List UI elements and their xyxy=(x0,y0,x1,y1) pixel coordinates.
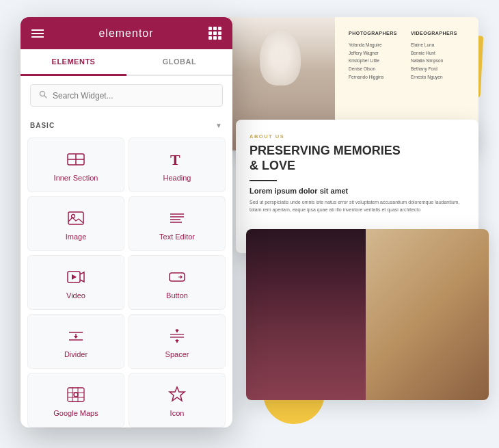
widget-divider-label: Divider xyxy=(64,350,87,358)
body-text: Sed ut perspiciatis unde omnis iste natu… xyxy=(250,198,465,213)
widget-icon-label: Icon xyxy=(170,409,185,417)
about-label: ABOUT US xyxy=(250,133,465,140)
widget-text-editor[interactable]: Text Editor xyxy=(129,196,226,251)
inner-section-icon xyxy=(67,150,85,168)
search-icon xyxy=(39,90,47,101)
panel-header: elementor xyxy=(21,17,232,49)
widget-video[interactable]: Video xyxy=(27,255,124,310)
videographers-header: VIDEOGRAPHERS xyxy=(411,31,457,36)
search-input[interactable] xyxy=(53,91,214,101)
hamburger-menu-icon[interactable] xyxy=(31,29,44,38)
widget-google-maps-label: Google Maps xyxy=(53,409,98,417)
tab-elements[interactable]: ELEMENTS xyxy=(21,49,126,76)
svg-marker-17 xyxy=(74,336,78,339)
divider-icon xyxy=(67,327,85,345)
widget-heading-label: Heading xyxy=(163,174,191,182)
heading-divider xyxy=(250,180,277,181)
sub-heading: Lorem ipsum dolor sit amet xyxy=(250,187,465,195)
main-heading: PRESERVING MEMORIES & LOVE xyxy=(250,144,465,173)
section-chevron-icon: ▼ xyxy=(215,122,223,129)
button-icon xyxy=(168,268,186,286)
svg-marker-20 xyxy=(175,330,179,332)
widget-heading[interactable]: T Heading xyxy=(129,137,226,192)
widget-icon[interactable]: Icon xyxy=(129,373,226,427)
svg-marker-27 xyxy=(170,387,185,401)
widget-text-editor-label: Text Editor xyxy=(159,233,195,241)
panel-title: elementor xyxy=(98,27,153,40)
svg-marker-13 xyxy=(72,274,77,280)
svg-point-7 xyxy=(72,215,75,218)
text-editor-icon xyxy=(168,209,186,227)
search-area xyxy=(21,76,232,115)
video-icon xyxy=(67,268,85,286)
widget-button[interactable]: Button xyxy=(129,255,226,310)
svg-text:T: T xyxy=(170,151,180,168)
videographers-list: Elaine LunaBonnie HuntNatalia SimpsonBet… xyxy=(411,41,457,81)
widget-button-label: Button xyxy=(166,291,188,300)
widget-grid: Inner Section T Heading Image xyxy=(21,136,232,427)
widget-spacer-label: Spacer xyxy=(165,350,189,358)
widget-google-maps[interactable]: Google Maps xyxy=(27,373,124,427)
svg-rect-6 xyxy=(68,212,83,224)
widget-divider[interactable]: Divider xyxy=(27,314,124,369)
widget-spacer[interactable]: Spacer xyxy=(129,314,226,369)
spacer-icon xyxy=(168,327,186,345)
widget-inner-section-label: Inner Section xyxy=(54,174,98,182)
search-box xyxy=(30,84,223,107)
svg-rect-25 xyxy=(68,388,84,401)
panel-tabs: ELEMENTS GLOBAL xyxy=(21,49,232,76)
maps-icon xyxy=(67,386,85,404)
photographers-list: Yolanda MaguireJeffery WagnerKristopher … xyxy=(349,41,397,81)
heading-icon: T xyxy=(168,150,186,168)
grid-apps-icon[interactable] xyxy=(208,27,221,40)
photographers-header: PHOTOGRAPHERS xyxy=(349,31,397,36)
dress-photo xyxy=(246,229,366,400)
svg-line-1 xyxy=(44,96,46,98)
icon-icon xyxy=(168,386,186,404)
elementor-panel: elementor ELEMENTS GLOBAL BASIC ▼ xyxy=(21,17,232,427)
svg-marker-24 xyxy=(175,340,179,343)
widget-image-label: Image xyxy=(66,233,87,241)
widget-image[interactable]: Image xyxy=(27,196,124,251)
widget-inner-section[interactable]: Inner Section xyxy=(27,137,124,192)
basic-section-label: BASIC ▼ xyxy=(21,115,232,136)
couple-photo xyxy=(366,229,489,400)
svg-point-26 xyxy=(74,393,78,397)
image-icon xyxy=(67,209,85,227)
bottom-photos-card xyxy=(246,229,489,400)
widget-video-label: Video xyxy=(66,291,85,300)
tab-global[interactable]: GLOBAL xyxy=(126,49,232,76)
